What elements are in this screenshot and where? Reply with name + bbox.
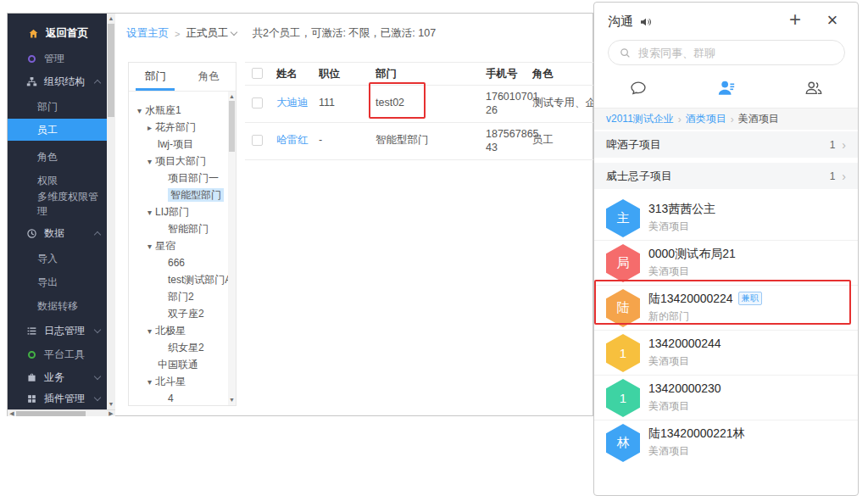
clock-icon: [26, 228, 37, 239]
chat-breadcrumb-link[interactable]: 酒类项目: [686, 112, 726, 126]
chat-panel-tabs: [594, 74, 858, 103]
tree-node-selected[interactable]: 智能型部门: [168, 187, 224, 203]
sidebar-item-business[interactable]: 业务: [8, 366, 107, 388]
sidebar-item-export[interactable]: 导出: [8, 271, 107, 293]
tree-node[interactable]: 中国联通: [147, 357, 198, 372]
sidebar-item-department[interactable]: 部门: [8, 96, 107, 118]
search-box[interactable]: [608, 40, 845, 65]
sidebar-item-log-manage[interactable]: 日志管理: [8, 320, 107, 342]
sidebar-horizontal-scrollbar[interactable]: [8, 409, 115, 416]
chat-breadcrumb: v2011测试企业 › 酒类项目 › 美酒项目: [594, 108, 858, 130]
sidebar-item-manage[interactable]: 管理: [8, 47, 107, 70]
tree-node[interactable]: lwj-项目: [147, 136, 193, 152]
member-row[interactable]: 林 陆13420000221林 美酒项目: [594, 420, 858, 465]
sidebar-item-org-structure[interactable]: 组织结构: [8, 70, 107, 92]
member-row-highlighted[interactable]: 陆 陆13420000224兼职 新的部门: [594, 286, 858, 331]
member-row[interactable]: 局 0000测试布局21 美酒项目: [594, 241, 858, 286]
caret-down-icon[interactable]: [147, 377, 152, 387]
table-row[interactable]: 大迪迪 111 test02 17601070126 测试专用、企业管: [245, 85, 594, 122]
home-icon: [28, 28, 39, 39]
row-checkbox[interactable]: [252, 97, 263, 109]
breadcrumb-home-link[interactable]: 设置主页: [126, 26, 169, 41]
member-dept: 新的部门: [648, 309, 689, 324]
employee-name-link[interactable]: 大迪迪: [276, 97, 309, 109]
sidebar-item-home[interactable]: 返回首页: [8, 22, 107, 44]
add-icon[interactable]: [785, 8, 805, 31]
member-dept: 美酒项目: [648, 220, 689, 234]
caret-down-icon[interactable]: [147, 157, 152, 166]
sidebar-item-data[interactable]: 数据: [8, 222, 107, 244]
member-name: 陆13420000221林: [648, 426, 745, 442]
tree-node[interactable]: 织女星2: [168, 340, 204, 355]
scroll-left-arrow-icon[interactable]: [8, 409, 16, 418]
scroll-down-arrow-icon[interactable]: [228, 396, 236, 404]
employee-name-link[interactable]: 哈雷红: [276, 134, 309, 146]
tree-node[interactable]: 部门2: [168, 289, 194, 304]
sidebar-item-multidim-permission[interactable]: 多维度权限管理: [8, 193, 107, 215]
member-row[interactable]: 主 313茜茜公主 美酒项目: [594, 196, 858, 241]
tree-node[interactable]: 北极星: [147, 323, 186, 338]
caret-down-icon[interactable]: [147, 242, 152, 251]
close-icon[interactable]: [822, 9, 843, 31]
tree-node[interactable]: 星宿: [147, 238, 175, 253]
tree-node[interactable]: 双子座2: [168, 306, 204, 321]
member-name: 313茜茜公主: [648, 202, 715, 217]
sidebar-vertical-scrollbar[interactable]: [107, 14, 115, 409]
tab-contacts-active[interactable]: [682, 74, 771, 103]
sidebar-item-permission[interactable]: 权限: [8, 170, 107, 192]
tree-node[interactable]: 花卉部门: [147, 120, 196, 135]
scroll-right-arrow-icon[interactable]: [107, 409, 115, 418]
tree-node[interactable]: 项目大部门: [147, 153, 206, 169]
tab-groups[interactable]: [770, 74, 858, 103]
tree-node[interactable]: LIJ部门: [147, 204, 189, 220]
breadcrumb-current[interactable]: 正式员工: [186, 26, 228, 41]
member-row[interactable]: 1 13420000244 美酒项目: [594, 331, 858, 376]
sidebar-item-platform-tools[interactable]: 平台工具: [8, 343, 107, 365]
member-row[interactable]: 1 13420000230 美酒项目: [594, 376, 858, 420]
avatar: 主: [606, 199, 640, 237]
chevron-right-icon: [842, 170, 846, 183]
tree-node[interactable]: 水瓶座1: [137, 103, 181, 118]
caret-down-icon[interactable]: [137, 106, 142, 115]
scroll-up-arrow-icon[interactable]: [228, 92, 236, 101]
sidebar-item-import[interactable]: 导入: [8, 248, 107, 270]
caret-right-icon[interactable]: [147, 123, 152, 132]
scrollbar-thumb[interactable]: [16, 411, 86, 416]
tab-department[interactable]: 部门: [129, 63, 182, 91]
scrollbar-thumb[interactable]: [108, 24, 114, 117]
sidebar-item-label: 管理: [44, 52, 64, 66]
caret-down-icon[interactable]: [147, 326, 152, 336]
project-count: 1: [830, 139, 836, 151]
tree-vertical-scrollbar[interactable]: [228, 92, 236, 405]
ring-icon: [26, 53, 37, 64]
chat-breadcrumb-link[interactable]: v2011测试企业: [606, 112, 674, 126]
dropdown-caret-icon[interactable]: [231, 29, 237, 36]
scrollbar-thumb[interactable]: [229, 101, 235, 152]
select-all-checkbox[interactable]: [252, 68, 263, 79]
table-header-row: 姓名 职位 部门 手机号 角色: [245, 63, 594, 85]
tree-node[interactable]: 4: [168, 391, 174, 405]
scroll-down-arrow-icon[interactable]: [107, 400, 115, 409]
tree-node[interactable]: 项目部门一: [168, 170, 219, 186]
tab-role[interactable]: 角色: [182, 63, 236, 91]
tree-node[interactable]: 北斗星: [147, 374, 186, 389]
search-input[interactable]: [638, 47, 825, 59]
row-checkbox[interactable]: [252, 135, 263, 146]
grid-icon: [26, 393, 37, 404]
sidebar-item-employee[interactable]: 员工: [8, 119, 107, 141]
table-row[interactable]: 哈雷红 - 智能型部门 18756786543 员工: [245, 122, 594, 159]
tree-node[interactable]: test测试部门A: [168, 272, 228, 287]
sidebar-item-plugin-manage[interactable]: 插件管理: [8, 387, 107, 409]
sidebar-item-role[interactable]: 角色: [8, 146, 107, 168]
member-name: 13420000230: [648, 381, 721, 395]
project-row[interactable]: 威士忌子项目 1: [594, 163, 858, 189]
caret-down-icon[interactable]: [147, 208, 152, 217]
tab-chats[interactable]: [594, 74, 682, 103]
tree-node[interactable]: 智能部门: [168, 221, 209, 237]
speaker-icon[interactable]: [639, 15, 653, 29]
sidebar-item-data-transfer[interactable]: 数据转移: [8, 295, 107, 317]
tree-node[interactable]: 666: [168, 255, 185, 270]
list-icon: [26, 326, 37, 337]
scroll-up-arrow-icon[interactable]: [107, 14, 115, 23]
project-row[interactable]: 啤酒子项目 1: [594, 131, 858, 158]
